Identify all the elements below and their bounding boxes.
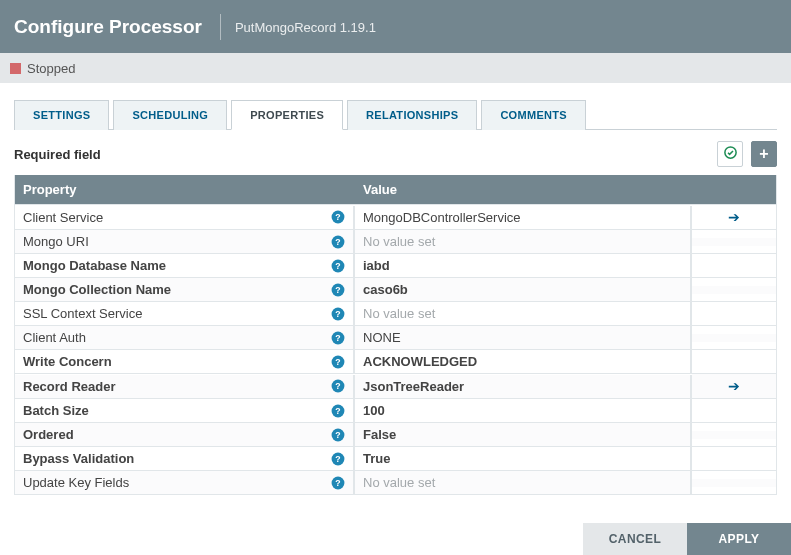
property-value-cell[interactable]: caso6b <box>355 278 692 301</box>
dialog-footer: CANCEL APPLY <box>583 523 791 555</box>
property-row: Write Concern?ACKNOWLEDGED <box>15 349 776 373</box>
svg-text:?: ? <box>335 405 340 415</box>
property-value-cell[interactable]: 100 <box>355 399 692 422</box>
property-name: Write Concern <box>23 354 112 369</box>
property-value-cell[interactable]: JsonTreeReader <box>355 375 692 398</box>
processor-type: PutMongoRecord 1.19.1 <box>235 20 376 35</box>
property-action-cell <box>692 479 776 487</box>
property-value-cell[interactable]: iabd <box>355 254 692 277</box>
property-name: Batch Size <box>23 403 89 418</box>
property-name: Mongo Collection Name <box>23 282 171 297</box>
check-circle-icon <box>723 145 738 163</box>
property-name: Record Reader <box>23 379 115 394</box>
help-icon[interactable]: ? <box>331 379 345 393</box>
property-value-cell[interactable]: No value set <box>355 471 692 494</box>
property-row: Mongo URI?No value set <box>15 229 776 253</box>
status-label: Stopped <box>27 61 75 76</box>
property-name-cell: Client Service? <box>15 206 355 229</box>
svg-text:?: ? <box>335 332 340 342</box>
property-row: Update Key Fields?No value set <box>15 470 776 494</box>
help-icon[interactable]: ? <box>331 404 345 418</box>
help-icon[interactable]: ? <box>331 210 345 224</box>
property-row: Bypass Validation?True <box>15 446 776 470</box>
goto-arrow-icon[interactable]: ➔ <box>728 378 740 394</box>
property-name-cell: Batch Size? <box>15 399 355 422</box>
help-icon[interactable]: ? <box>331 452 345 466</box>
property-name-cell: Mongo URI? <box>15 230 355 253</box>
svg-text:?: ? <box>335 453 340 463</box>
tab-row: SETTINGS SCHEDULING PROPERTIES RELATIONS… <box>14 99 777 130</box>
property-name-cell: Record Reader? <box>15 375 355 398</box>
property-action-cell: ➔ <box>692 205 776 229</box>
cancel-button[interactable]: CANCEL <box>583 523 687 555</box>
svg-text:?: ? <box>335 284 340 294</box>
property-row: Ordered?False <box>15 422 776 446</box>
property-action-cell <box>692 431 776 439</box>
property-action-cell <box>692 286 776 294</box>
svg-text:?: ? <box>335 429 340 439</box>
property-action-cell <box>692 334 776 342</box>
property-value-cell[interactable]: MongoDBControllerService <box>355 206 692 229</box>
property-name-cell: Ordered? <box>15 423 355 446</box>
col-value: Value <box>355 175 692 204</box>
property-name: Ordered <box>23 427 74 442</box>
svg-text:?: ? <box>335 260 340 270</box>
property-name: Mongo URI <box>23 234 89 249</box>
property-name: Client Service <box>23 210 103 225</box>
stopped-icon <box>10 63 21 74</box>
property-row: Mongo Collection Name?caso6b <box>15 277 776 301</box>
property-action-cell <box>692 310 776 318</box>
properties-toolbar: Required field + <box>14 141 777 167</box>
property-name-cell: SSL Context Service? <box>15 302 355 325</box>
help-icon[interactable]: ? <box>331 428 345 442</box>
property-row: Client Service?MongoDBControllerService➔ <box>15 204 776 229</box>
property-row: Client Auth?NONE <box>15 325 776 349</box>
property-value-cell[interactable]: False <box>355 423 692 446</box>
status-bar: Stopped <box>0 53 791 83</box>
property-name-cell: Mongo Database Name? <box>15 254 355 277</box>
help-icon[interactable]: ? <box>331 331 345 345</box>
svg-text:?: ? <box>335 477 340 487</box>
dialog-title: Configure Processor <box>14 16 202 38</box>
property-name-cell: Mongo Collection Name? <box>15 278 355 301</box>
property-value-cell[interactable]: No value set <box>355 302 692 325</box>
help-icon[interactable]: ? <box>331 476 345 490</box>
property-row: SSL Context Service?No value set <box>15 301 776 325</box>
property-action-cell <box>692 455 776 463</box>
tab-scheduling[interactable]: SCHEDULING <box>113 100 227 130</box>
property-row: Record Reader?JsonTreeReader➔ <box>15 373 776 398</box>
svg-text:?: ? <box>335 356 340 366</box>
plus-icon: + <box>759 145 768 163</box>
property-value-cell[interactable]: NONE <box>355 326 692 349</box>
help-icon[interactable]: ? <box>331 283 345 297</box>
help-icon[interactable]: ? <box>331 307 345 321</box>
add-property-button[interactable]: + <box>751 141 777 167</box>
help-icon[interactable]: ? <box>331 355 345 369</box>
tab-settings[interactable]: SETTINGS <box>14 100 109 130</box>
tab-properties[interactable]: PROPERTIES <box>231 100 343 130</box>
header-divider <box>220 14 221 40</box>
apply-button[interactable]: APPLY <box>687 523 791 555</box>
verify-button[interactable] <box>717 141 743 167</box>
property-name-cell: Bypass Validation? <box>15 447 355 470</box>
property-action-cell <box>692 358 776 366</box>
tab-relationships[interactable]: RELATIONSHIPS <box>347 100 477 130</box>
property-name: SSL Context Service <box>23 306 142 321</box>
config-processor-dialog: Configure Processor PutMongoRecord 1.19.… <box>0 0 791 555</box>
goto-arrow-icon[interactable]: ➔ <box>728 209 740 225</box>
property-value-cell[interactable]: No value set <box>355 230 692 253</box>
property-value-cell[interactable]: True <box>355 447 692 470</box>
svg-text:?: ? <box>335 308 340 318</box>
table-header: Property Value <box>15 175 776 204</box>
help-icon[interactable]: ? <box>331 259 345 273</box>
property-name: Bypass Validation <box>23 451 134 466</box>
help-icon[interactable]: ? <box>331 235 345 249</box>
property-name-cell: Update Key Fields? <box>15 471 355 494</box>
tab-comments[interactable]: COMMENTS <box>481 100 586 130</box>
property-value-cell[interactable]: ACKNOWLEDGED <box>355 350 692 373</box>
col-actions <box>692 175 776 204</box>
property-action-cell <box>692 407 776 415</box>
property-row: Batch Size?100 <box>15 398 776 422</box>
svg-text:?: ? <box>335 236 340 246</box>
property-action-cell <box>692 238 776 246</box>
